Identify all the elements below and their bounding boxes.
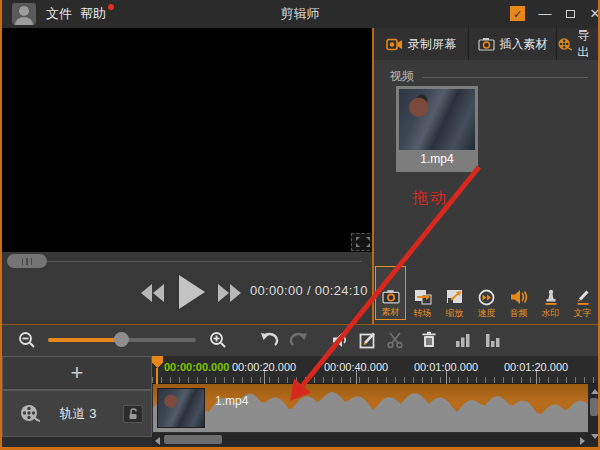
trash-icon[interactable] — [418, 330, 440, 350]
audio-waveform — [153, 386, 598, 432]
section-divider — [422, 77, 588, 78]
watermark-icon — [541, 288, 561, 306]
scroll-left-icon[interactable] — [155, 437, 160, 445]
media-panel: 录制屏幕 插入素材 导出 视频 1.mp4 拖动 素材 — [374, 28, 600, 324]
seek-handle[interactable] — [7, 254, 47, 268]
edit-clip-icon[interactable] — [357, 330, 379, 350]
clip-thumbnail — [157, 388, 205, 428]
menu-file[interactable]: 文件 — [40, 0, 78, 28]
playhead-line — [156, 368, 158, 384]
skin-icon[interactable]: ✓ — [510, 6, 525, 21]
zoom-slider-handle[interactable] — [114, 332, 129, 347]
tab-text[interactable]: 文字 — [567, 270, 598, 320]
scissors-icon[interactable] — [384, 330, 406, 350]
tool-tabs: 素材 转场 缩放 速度 音频 水印 — [375, 266, 599, 320]
vertical-scrollbar[interactable] — [588, 384, 600, 446]
drag-hint-text: 拖动 — [412, 188, 448, 209]
tab-label: 素材 — [382, 307, 400, 317]
video-thumbnail — [399, 89, 475, 150]
media-item[interactable]: 1.mp4 — [396, 86, 478, 172]
close-button[interactable]: ✕ — [585, 5, 600, 23]
menu-help[interactable]: 帮助 — [74, 0, 112, 28]
minimize-button[interactable]: — — [535, 5, 555, 23]
undo-icon[interactable] — [258, 330, 280, 350]
ruler-label: 00:01:00.000 — [414, 361, 478, 373]
section-label-video: 视频 — [390, 68, 414, 85]
bar-chart-down-icon[interactable] — [482, 330, 504, 350]
zoom-slider[interactable] — [48, 338, 196, 342]
timeline-ruler[interactable]: 00:00:00.000 00:00:20.000 00:00:40.000 0… — [152, 356, 600, 384]
track-header-panel: + 轨道 3 — [2, 356, 152, 447]
tab-material[interactable]: 素材 — [375, 266, 406, 320]
ruler-label: 00:00:20.000 — [232, 361, 296, 373]
audio-icon — [509, 288, 529, 306]
media-item-name: 1.mp4 — [396, 152, 478, 166]
title-bar: 文件 帮助 剪辑师 ✓ — ✕ — [2, 0, 598, 28]
redo-icon[interactable] — [288, 330, 310, 350]
menu-help-label: 帮助 — [80, 6, 106, 21]
seek-track[interactable] — [12, 261, 362, 262]
export-label: 导出 — [577, 27, 600, 61]
record-screen-label: 录制屏幕 — [408, 36, 456, 53]
user-avatar[interactable] — [12, 3, 36, 25]
tab-label: 速度 — [478, 308, 496, 318]
current-time-label: 00:00:00.000 — [164, 361, 229, 373]
bar-chart-up-icon[interactable] — [452, 330, 474, 350]
app-window: 文件 帮助 剪辑师 ✓ — ✕ 00:00:00 / 00:24:10 — [0, 0, 600, 450]
time-display: 00:00:00 / 00:24:10 — [250, 283, 368, 298]
fast-forward-button[interactable] — [215, 280, 245, 306]
tab-watermark[interactable]: 水印 — [535, 270, 566, 320]
insert-material-button[interactable]: 插入素材 — [469, 28, 557, 60]
tab-transition[interactable]: 转场 — [407, 270, 438, 320]
ruler-ticks — [152, 377, 600, 383]
preview-panel: 00:00:00 / 00:24:10 — [2, 28, 372, 324]
insert-material-label: 插入素材 — [500, 36, 548, 53]
tab-label: 文字 — [574, 308, 592, 318]
ruler-label: 00:00:40.000 — [324, 361, 388, 373]
insert-material-icon — [478, 37, 495, 51]
add-track-button[interactable]: + — [2, 356, 152, 390]
zoom-in-icon[interactable] — [207, 330, 229, 350]
timeline: 00:00:00.000 00:00:20.000 00:00:40.000 0… — [152, 356, 600, 447]
panel-toolbar: 录制屏幕 插入素材 导出 — [374, 28, 600, 60]
transition-icon — [413, 288, 433, 306]
mute-icon[interactable] — [330, 330, 352, 350]
scroll-right-icon[interactable] — [580, 437, 585, 445]
maximize-button[interactable] — [560, 5, 580, 23]
scrollbar-thumb[interactable] — [164, 435, 222, 444]
tab-label: 转场 — [414, 308, 432, 318]
scroll-up-icon[interactable] — [591, 389, 599, 394]
scrollbar-thumb[interactable] — [590, 398, 598, 416]
tab-label: 水印 — [542, 308, 560, 318]
clip-name: 1.mp4 — [215, 394, 248, 408]
record-screen-icon — [386, 38, 403, 51]
track-header[interactable]: 轨道 3 — [2, 390, 152, 437]
lock-icon[interactable] — [123, 405, 143, 423]
speed-icon — [477, 288, 497, 306]
scroll-down-icon[interactable] — [591, 434, 599, 439]
video-preview-screen[interactable] — [2, 28, 372, 252]
maximize-icon — [566, 10, 575, 18]
tab-speed[interactable]: 速度 — [471, 270, 502, 320]
tab-scale[interactable]: 缩放 — [439, 270, 470, 320]
seek-bar — [2, 252, 372, 270]
rewind-button[interactable] — [137, 280, 167, 306]
export-icon — [557, 37, 572, 52]
horizontal-scrollbar[interactable] — [152, 433, 588, 446]
zoom-out-icon[interactable] — [16, 330, 38, 350]
tab-label: 音频 — [510, 308, 528, 318]
notification-badge — [108, 4, 114, 10]
zoom-slider-fill — [48, 338, 122, 342]
record-screen-button[interactable]: 录制屏幕 — [374, 28, 469, 60]
text-icon — [573, 288, 593, 306]
ruler-label: 00:01:20.000 — [504, 361, 568, 373]
scale-icon — [445, 288, 465, 306]
tab-audio[interactable]: 音频 — [503, 270, 534, 320]
timeline-clip[interactable]: 1.mp4 — [153, 384, 598, 432]
tab-label: 缩放 — [446, 308, 464, 318]
play-button[interactable] — [174, 272, 208, 312]
material-icon — [381, 287, 401, 305]
playhead-marker[interactable] — [152, 356, 163, 368]
export-button[interactable]: 导出 — [557, 28, 600, 60]
